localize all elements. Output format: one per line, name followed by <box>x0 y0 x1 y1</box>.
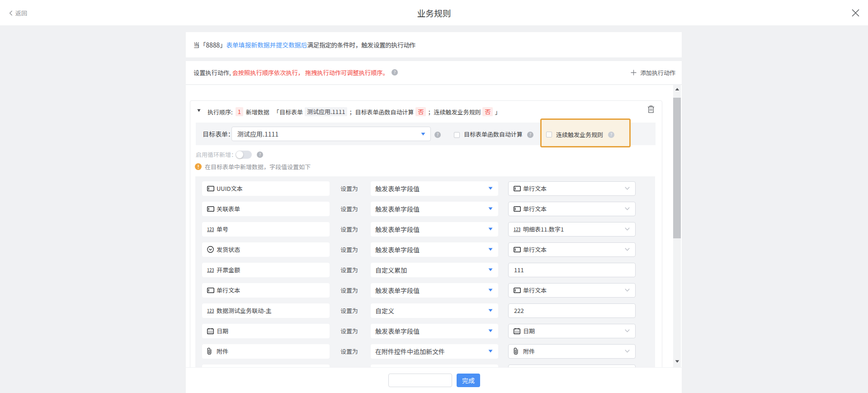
value-box[interactable]: 123 111 <box>508 263 636 277</box>
close-icon[interactable] <box>852 9 859 17</box>
chevron-down-icon <box>625 350 630 353</box>
action-select[interactable] <box>371 365 498 367</box>
action-select-value: 自定义累加 <box>375 263 407 277</box>
field-icon: 123 <box>207 222 215 236</box>
value-box[interactable]: 123 <box>508 365 636 367</box>
field-name-box[interactable]: 123 附件 <box>202 344 330 359</box>
field-name-box[interactable]: 123 开票金额 <box>202 263 330 277</box>
value-box[interactable]: 123 日期 <box>508 324 636 338</box>
scrollbar[interactable] <box>673 85 681 367</box>
value-box[interactable]: 123 单行文本 <box>508 202 636 216</box>
field-name-box[interactable]: 123 单号 <box>202 222 330 237</box>
value-text: 单行文本 <box>523 202 547 215</box>
rule-card: 执行顺序: 1 新增数据 「 目标表单 测试应用.1111 ； 目标表单函数自动… <box>190 100 662 367</box>
field-name: UUID文本 <box>217 181 243 195</box>
action-select[interactable]: 触发表单字段值 <box>371 222 498 237</box>
value-text: 单行文本 <box>523 284 547 297</box>
value-text: 日期 <box>523 324 535 337</box>
action-select[interactable]: 触发表单字段值 <box>371 283 498 298</box>
field-name-box[interactable]: 123 日期 <box>202 324 330 338</box>
setter-label: 设置为 <box>340 344 358 358</box>
calc-checkbox[interactable] <box>454 132 460 138</box>
text-field-icon <box>514 186 521 191</box>
field-icon: 123 <box>207 242 214 256</box>
continuous-checkbox[interactable] <box>546 132 552 137</box>
number-field-icon: 123 <box>514 227 520 232</box>
help-icon[interactable]: ? <box>392 69 398 76</box>
action-select[interactable]: 在附件控件中追加新文件 <box>371 344 498 359</box>
dropdown-arrow-icon <box>488 350 493 353</box>
field-name-box[interactable]: 123 发货状态 <box>202 242 330 257</box>
value-text: 222 <box>514 304 524 317</box>
footer-input[interactable] <box>388 374 452 387</box>
chevron-left-icon <box>9 10 13 16</box>
target-form-select[interactable]: 测试应用.1111 <box>231 127 431 141</box>
action-settings-label: 设置执行动作, <box>193 68 232 77</box>
scrollbar-thumb[interactable] <box>673 98 681 238</box>
value-box[interactable]: 123 222 <box>508 303 636 318</box>
done-button[interactable]: 完成 <box>457 374 480 387</box>
target-form-field-label: 目标表单： <box>203 123 234 145</box>
value-box[interactable]: 123 附件 <box>508 344 636 359</box>
text-field-icon <box>514 206 521 212</box>
calc-badge: 否 <box>415 107 426 116</box>
value-text: 明细表11.数字1 <box>523 223 564 236</box>
help-icon[interactable]: ? <box>527 132 533 138</box>
trigger-event-link[interactable]: 表单填报新数据并提交数据后 <box>226 40 307 49</box>
date-field-icon <box>207 328 214 334</box>
dropdown-arrow-icon <box>488 207 493 210</box>
help-icon[interactable]: ? <box>257 152 263 158</box>
action-select-value: 触发表单字段值 <box>375 324 420 338</box>
value-text: 附件 <box>523 345 535 358</box>
field-icon: 123 <box>207 303 215 317</box>
target-form-label: 目标表单 <box>279 108 303 116</box>
field-name-box[interactable]: 123 单行文本 <box>202 283 330 298</box>
action-select[interactable]: 触发表单字段值 <box>371 324 498 338</box>
field-icon: 123 <box>207 324 214 338</box>
value-box[interactable]: 123 单行文本 <box>508 181 636 196</box>
add-action-label: 添加执行动作 <box>640 68 675 77</box>
action-settings-bar: 设置执行动作, 会按照执行顺序依次执行， 拖拽执行动作可调整执行顺序。 ? 添加… <box>186 61 682 84</box>
action-select[interactable]: 触发表单字段值 <box>371 181 498 196</box>
action-select[interactable]: 触发表单字段值 <box>371 242 498 257</box>
setter-label: 设置为 <box>340 222 358 236</box>
field-name-box[interactable]: 123 关联表单 <box>202 202 330 216</box>
setter-label: 设置为 <box>340 202 358 216</box>
field-name-box[interactable]: 123 数据测试业务联动-主 <box>202 303 330 318</box>
dropdown-arrow-icon <box>421 133 425 136</box>
scroll-up-icon[interactable] <box>675 88 679 91</box>
field-name-box[interactable]: 123 <box>202 365 330 367</box>
action-select[interactable]: 自定义 <box>371 303 498 318</box>
continuous-highlight-box: 连续触发业务规则 ? <box>540 118 631 147</box>
field-mapping-row: 123 附件 设置为 在附件控件中追加新文件 123 附件 <box>195 344 655 358</box>
field-name: 发货状态 <box>217 242 240 256</box>
trash-icon[interactable] <box>647 105 655 113</box>
setter-label: 设置为 <box>340 283 358 297</box>
action-select[interactable]: 触发表单字段值 <box>371 202 498 216</box>
value-icon: 123 <box>514 345 518 358</box>
help-icon[interactable]: ? <box>434 132 441 138</box>
help-icon[interactable]: ? <box>608 132 614 138</box>
action-select-value: 自定义 <box>375 303 394 317</box>
field-name-box[interactable]: 123 UUID文本 <box>202 181 330 196</box>
text-field-icon <box>207 288 214 293</box>
text-field-icon <box>207 206 214 212</box>
scroll-down-icon[interactable] <box>675 360 679 363</box>
rule-summary: 执行顺序: 1 新增数据 「 目标表单 测试应用.1111 ； 目标表单函数自动… <box>208 101 500 123</box>
target-form-badge: 测试应用.1111 <box>305 107 347 116</box>
order-label: 执行顺序: <box>208 108 233 116</box>
collapse-triangle-icon[interactable] <box>197 109 201 112</box>
action-select-value: 触发表单字段值 <box>375 202 420 216</box>
action-select[interactable]: 自定义累加 <box>371 263 498 277</box>
loop-add-toggle[interactable] <box>236 151 252 159</box>
rule-panel: 执行顺序: 1 新增数据 「 目标表单 测试应用.1111 ； 目标表单函数自动… <box>186 85 682 367</box>
value-box[interactable]: 123 单行文本 <box>508 242 636 257</box>
add-action-button[interactable]: 添加执行动作 <box>631 61 675 84</box>
field-name: 数据测试业务联动-主 <box>217 303 272 317</box>
text-field-icon <box>207 186 214 191</box>
back-button[interactable]: 返回 <box>9 0 27 25</box>
field-name: 开票金额 <box>217 263 240 277</box>
bracket-open: 「 <box>274 108 279 116</box>
value-box[interactable]: 123 明细表11.数字1 <box>508 222 636 237</box>
value-box[interactable]: 123 单行文本 <box>508 283 636 298</box>
